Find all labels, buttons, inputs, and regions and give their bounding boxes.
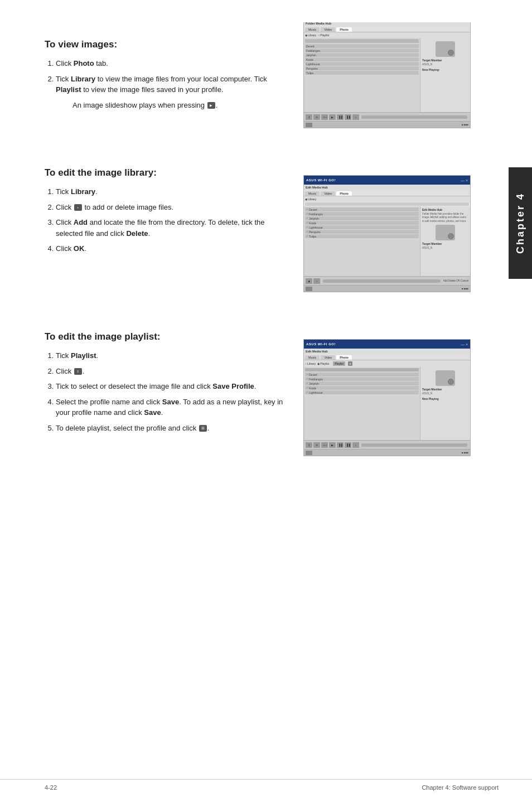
app2-hub-title: Edit Media Hub — [304, 185, 470, 190]
app1-content: Desert Feddangos Jellyfish Koala Lightho… — [304, 38, 470, 112]
app3-tab-music: Music — [305, 355, 320, 360]
app1-list-item: Feddangos — [305, 49, 419, 52]
app2-tab-photo: Photo — [336, 191, 352, 196]
page-footer: 4-22 Chapter 4: Software support — [0, 779, 532, 791]
app3-content: Desert Feddangos Jellyfish Koala Lightho… — [304, 367, 470, 440]
app2-list-item: Tulips — [305, 234, 419, 238]
app2-tab-music: Music — [305, 191, 320, 196]
app1-tab-photo: Photo — [336, 27, 352, 32]
app3-brand: ASUS WI-FI GO! — [306, 342, 336, 346]
step3-add-bold: Add — [74, 218, 88, 226]
s3step1-playlist-bold: Playlist — [71, 351, 96, 360]
app3-tab-video: Video — [321, 355, 335, 360]
app3-list-item: Jellyfish — [305, 381, 419, 385]
app3-list-item: Lighthouse — [305, 390, 419, 394]
app2-nav-tabs: Music Video Photo — [304, 190, 470, 196]
app1-ctrl5: ▐▐ — [337, 114, 344, 120]
app2-bottom-bar: ■ ♪ Add Delete OK Cancel — [304, 276, 470, 285]
app3-status-bar: ■ ■■■ — [304, 449, 470, 456]
app1-info-pane: Target Member ASUS_N Now Playing: — [420, 38, 470, 112]
app1-list-item: Jellyfish — [305, 53, 419, 57]
app2-list-pane: Desert Feddangos Jellyfish Koala Lightho… — [304, 206, 420, 276]
app3-filter-playlist: Playlist — [317, 362, 329, 365]
app3-ctrl3: ⊣⊣ — [321, 442, 328, 448]
app1-list-item: Koala — [305, 57, 419, 61]
app1-device-icon — [436, 41, 455, 57]
app3-playlist-icon: ▼ — [348, 361, 352, 366]
add-icon — [74, 204, 82, 211]
screenshot2-wrapper: ASUS WI-FI GO! — × Edit Media Hub Music … — [303, 175, 471, 292]
app2-status-bar: ■ ■■■ — [304, 285, 470, 292]
app2-list-item: Jellyfish — [305, 216, 419, 220]
app1-ctrl2: ✕ — [313, 114, 320, 120]
app1-target-label: Target Member — [422, 59, 468, 62]
screenshot1: ASUS WI-FI GO! — × Folder Media Hub Musi… — [303, 22, 471, 128]
screenshot3: ASUS WI-FI GO! — × Edit Media Hub Music … — [303, 339, 471, 456]
app2-status-text: ■ ■■■ — [462, 287, 468, 290]
app3-list-item: Desert — [305, 373, 419, 376]
app2-list-item: Feddangos — [305, 212, 419, 216]
app3-info-pane: Target Member ASUS_N New Playing — [420, 367, 470, 440]
app3-nav-tabs: Music Video Photo — [304, 354, 470, 360]
screenshot3-wrapper: ASUS WI-FI GO! — × Edit Media Hub Music … — [303, 339, 471, 456]
app3-list-item: Koala — [305, 386, 419, 390]
step2-library-bold: Library — [71, 75, 95, 83]
app3-filter-row: Library Playlist Playlist ▼ — [304, 360, 470, 367]
app1-filter-playlist: Playlist — [318, 33, 329, 37]
s3step4-save-bold: Save — [162, 398, 179, 406]
s3step3-save-bold: Save Profile — [212, 382, 254, 390]
app2-tab-video: Video — [321, 191, 335, 196]
app2-brand: ASUS WI-FI GO! — [306, 178, 336, 182]
app3-playlist-name: Playlist — [333, 361, 345, 366]
app3-tab-photo: Photo — [336, 355, 352, 360]
app3-ctrl5: ▐▐ — [337, 442, 344, 448]
app1-ctrl7: ♪ — [352, 114, 359, 120]
app2-right-text: Folder Media Hub provides-folder the ima… — [422, 212, 468, 223]
section-view-images: ASUS WI-FI GO! — × Folder Media Hub Musi… — [45, 22, 471, 139]
app3-top-bar: ASUS WI-FI GO! — × — [304, 340, 470, 349]
app1-nav-tabs: Music Video Photo — [304, 26, 470, 32]
app3-ctrl6: ▐▐ — [345, 442, 351, 448]
app1-ctrl4: ▶ — [329, 114, 336, 120]
app3-playing-label: New Playing — [422, 397, 468, 400]
step2-playlist-bold: Playlist — [56, 85, 81, 94]
app1-target-value: ASUS_N — [422, 63, 468, 66]
app2-ctrl1: ■ — [306, 278, 312, 284]
chapter-sidebar: Chapter 4 — [509, 167, 532, 279]
mini-app-2: ASUS WI-FI GO! — × Edit Media Hub Music … — [304, 176, 470, 292]
app3-hub-title: Edit Media Hub — [304, 349, 470, 354]
app1-ctrl1: ⟪ — [306, 114, 312, 120]
app3-list-item: Feddangos — [305, 377, 419, 381]
app2-list-item: Lighthouse — [305, 225, 419, 229]
mini-app-1: ASUS WI-FI GO! — × Folder Media Hub Musi… — [304, 22, 470, 128]
app3-status-text: ■ ■■■ — [462, 451, 468, 454]
app3-ctrl7: ♪ — [352, 442, 359, 448]
app3-device-icon — [436, 370, 455, 386]
app1-status-text: ■ ■■■ — [462, 123, 468, 126]
app3-filter-library: Library — [305, 362, 316, 365]
screenshot2: ASUS WI-FI GO! — × Edit Media Hub Music … — [303, 175, 471, 292]
app2-right-title: Edit Media Hub — [422, 208, 468, 211]
app1-list-pane: Desert Feddangos Jellyfish Koala Lightho… — [304, 38, 420, 112]
app3-ctrl1: ⟪ — [306, 442, 312, 448]
section-edit-playlist: To edit the image playlist: ASUS WI-FI G… — [45, 315, 471, 467]
app2-filter-row: Library — [304, 196, 470, 202]
app2-list-item: Koala — [305, 221, 419, 225]
app1-bottom-bar: ⟪ ✕ ⊣⊣ ▶ ▐▐ ▐▐ ♪ — [304, 112, 470, 121]
app2-filter-library: Library — [305, 197, 316, 201]
app2-target-value: ASUS_N — [422, 247, 468, 250]
app3-win-controls: — × — [461, 342, 468, 346]
app2-ctrl2: ♪ — [313, 278, 320, 284]
playlist-icon — [74, 368, 82, 375]
app3-list-pane: Desert Feddangos Jellyfish Koala Lightho… — [304, 367, 420, 440]
section-edit-library: To edit the image library: ASUS WI-FI GO… — [45, 151, 471, 303]
mini-app-3: ASUS WI-FI GO! — × Edit Media Hub Music … — [304, 340, 470, 456]
app3-bottom-bar: ⟪ ✕ ⊣⊣ ▶ ▐▐ ▐▐ ♪ — [304, 440, 470, 449]
app1-list-item: Desert — [305, 44, 419, 48]
screenshot1-wrapper: ASUS WI-FI GO! — × Folder Media Hub Musi… — [303, 22, 471, 128]
app2-info-pane: Edit Media Hub Folder Media Hub provides… — [420, 206, 470, 276]
step1-library-bold: Library — [71, 187, 95, 196]
app1-hub-title: Folder Media Hub — [304, 22, 470, 26]
app1-filter-row: Library Playlist — [304, 32, 470, 38]
app1-ctrl3: ⊣⊣ — [321, 114, 328, 120]
